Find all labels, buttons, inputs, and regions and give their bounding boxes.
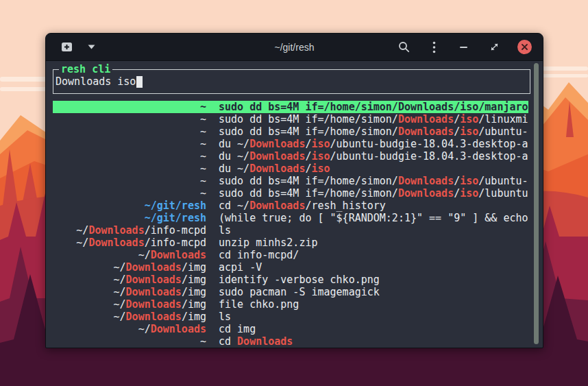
directory-cell: ~ — [53, 150, 206, 162]
resh-cli-search-box[interactable]: resh cli Downloads iso — [53, 69, 530, 94]
history-row[interactable]: ~/git/resh(while true; do [ "${RANDOM:2:… — [53, 212, 528, 224]
column-gap — [206, 286, 219, 298]
history-row[interactable]: ~sudo dd bs=4M if=/home/simon/Downloads/… — [53, 125, 528, 138]
directory-cell: ~ — [53, 138, 206, 150]
command-cell: sudo dd bs=4M if=/home/simon/Downloads/i… — [219, 125, 528, 138]
column-gap — [206, 323, 219, 335]
column-gap — [206, 274, 219, 286]
history-row[interactable]: ~/Downloads/imgidentify -verbose chko.pn… — [53, 274, 528, 286]
text-cursor — [136, 76, 143, 88]
directory-cell: ~/Downloads/img — [53, 274, 206, 286]
column-gap — [206, 335, 219, 348]
directory-cell: ~ — [53, 175, 206, 187]
history-row[interactable]: ~/Downloadscd info-mcpd/ — [53, 249, 528, 261]
history-row[interactable]: ~/git/reshcd ~/Downloads/resh_history — [53, 200, 528, 212]
command-cell: sudo dd bs=4M if=/home/simon/Downloads/i… — [219, 101, 528, 113]
terminal-content: resh cli Downloads iso ~sudo dd bs=4M if… — [46, 61, 543, 348]
history-row[interactable]: ~/Downloadscd img — [53, 323, 528, 335]
command-cell: du ~/Downloads/iso — [219, 162, 528, 175]
directory-cell: ~/Downloads/img — [53, 298, 206, 311]
directory-cell: ~/git/resh — [53, 212, 206, 224]
history-row[interactable]: ~du ~/Downloads/iso/ubuntu-budgie-18.04.… — [53, 150, 528, 162]
directory-cell: ~/Downloads/img — [53, 286, 206, 298]
column-gap — [206, 311, 219, 323]
column-gap — [206, 101, 219, 113]
new-tab-button[interactable] — [60, 40, 73, 54]
history-row[interactable]: ~du ~/Downloads/iso/ubuntu-budgie-18.04.… — [53, 138, 528, 150]
search-query-input[interactable]: Downloads iso — [56, 75, 136, 88]
history-row[interactable]: ~sudo dd bs=4M if=/home/simon/Downloads/… — [53, 175, 528, 187]
command-cell: cd img — [219, 323, 528, 335]
resh-cli-label: resh cli — [59, 63, 112, 75]
restore-button[interactable] — [487, 40, 501, 54]
history-row[interactable]: ~/Downloads/imgsudo pacman -S imagemagic… — [53, 286, 528, 298]
directory-cell: ~ — [53, 101, 206, 113]
kebab-menu-icon — [432, 41, 436, 53]
command-cell: sudo dd bs=4M if=/home/simon/Downloads/i… — [219, 187, 528, 200]
tab-dropdown-button[interactable] — [84, 40, 98, 54]
command-cell: file chko.png — [219, 298, 528, 311]
command-cell: unzip minhs2.zip — [219, 237, 528, 249]
column-gap — [206, 200, 219, 212]
column-gap — [206, 125, 219, 138]
screen: ~/git/resh — [0, 0, 588, 386]
chevron-down-icon — [88, 45, 95, 49]
column-gap — [206, 138, 219, 150]
directory-cell: ~/Downloads — [53, 323, 206, 335]
close-button[interactable] — [517, 40, 532, 54]
command-cell: identify -verbose chko.png — [219, 274, 528, 286]
column-gap — [206, 261, 219, 274]
directory-cell: ~ — [53, 187, 206, 200]
command-cell: du ~/Downloads/iso/ubuntu-budgie-18.04.3… — [219, 150, 528, 162]
search-button[interactable] — [397, 40, 411, 54]
column-gap — [206, 187, 219, 200]
command-cell: acpi -V — [219, 261, 528, 274]
minimize-icon — [460, 46, 468, 49]
column-gap — [206, 150, 219, 162]
column-gap — [206, 224, 219, 237]
command-cell: sudo dd bs=4M if=/home/simon/Downloads/i… — [219, 113, 528, 125]
history-row-selected[interactable]: ~sudo dd bs=4M if=/home/simon/Downloads/… — [53, 101, 528, 113]
search-icon — [398, 41, 410, 53]
new-tab-icon — [61, 42, 73, 52]
history-row[interactable]: ~/Downloads/info-mcpdunzip minhs2.zip — [53, 237, 528, 249]
history-row[interactable]: ~/Downloads/imgfile chko.png — [53, 298, 528, 311]
directory-cell: ~ — [53, 335, 206, 348]
history-list: ~sudo dd bs=4M if=/home/simon/Downloads/… — [53, 101, 543, 348]
close-icon — [522, 44, 528, 50]
column-gap — [206, 249, 219, 261]
column-gap — [206, 212, 219, 224]
directory-cell: ~ — [53, 162, 206, 175]
command-cell: ls — [219, 311, 528, 323]
directory-cell: ~/Downloads — [53, 249, 206, 261]
column-gap — [206, 113, 219, 125]
column-gap — [206, 175, 219, 187]
command-cell: du ~/Downloads/iso/ubuntu-budgie-18.04.3… — [219, 138, 528, 150]
command-cell: (while true; do [ "${RANDOM:2:1}" == "9"… — [219, 212, 528, 224]
directory-cell: ~ — [53, 113, 206, 125]
scrollbar[interactable] — [534, 63, 539, 344]
command-cell: cd ~/Downloads/resh_history — [219, 200, 528, 212]
directory-cell: ~/Downloads/img — [53, 311, 206, 323]
directory-cell: ~ — [53, 125, 206, 138]
history-row[interactable]: ~du ~/Downloads/iso — [53, 162, 528, 175]
restore-icon — [491, 43, 498, 51]
history-row[interactable]: ~/Downloads/imgacpi -V — [53, 261, 528, 274]
history-row[interactable]: ~cd Downloads — [53, 335, 528, 348]
history-row[interactable]: ~sudo dd bs=4M if=/home/simon/Downloads/… — [53, 187, 528, 200]
history-row[interactable]: ~sudo dd bs=4M if=/home/simon/Downloads/… — [53, 113, 528, 125]
terminal-window: ~/git/resh — [45, 33, 543, 348]
command-cell: ls — [219, 224, 528, 237]
directory-cell: ~/Downloads/info-mcpd — [53, 237, 206, 249]
history-row[interactable]: ~/Downloads/imgls — [53, 311, 528, 323]
command-cell: cd info-mcpd/ — [219, 249, 528, 261]
minimize-button[interactable] — [457, 40, 471, 54]
directory-cell: ~/Downloads/img — [53, 261, 206, 274]
column-gap — [206, 162, 219, 175]
directory-cell: ~/Downloads/info-mcpd — [53, 224, 206, 237]
command-cell: sudo pacman -S imagemagick — [219, 286, 528, 298]
titlebar: ~/git/resh — [46, 34, 543, 61]
history-row[interactable]: ~/Downloads/info-mcpdls — [53, 224, 528, 237]
menu-button[interactable] — [427, 40, 441, 54]
directory-cell: ~/git/resh — [53, 200, 206, 212]
